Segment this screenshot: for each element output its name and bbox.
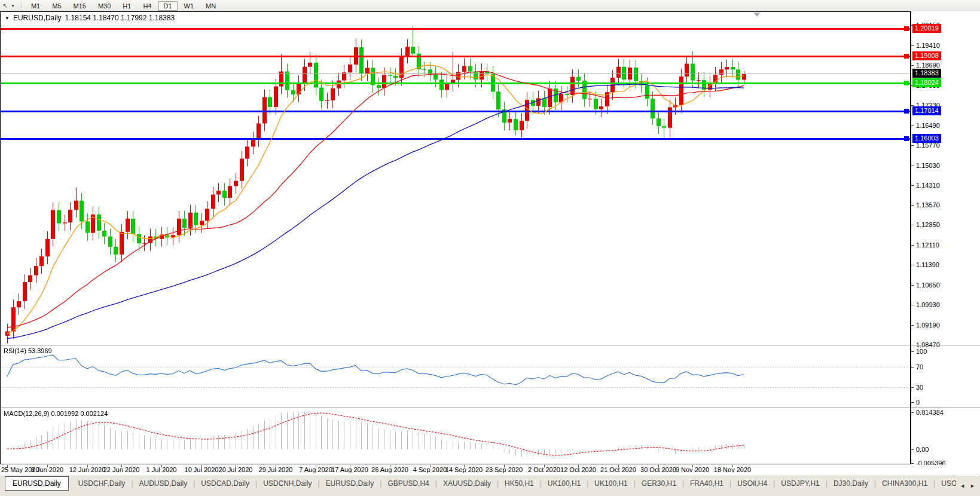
time-axis-label: 22 Jun 2020 — [103, 466, 140, 473]
price-axis-label: 1.19410 — [916, 41, 940, 50]
time-axis-label: 14 Sep 2020 — [445, 466, 483, 473]
tab-scroll-right-icon[interactable]: ► — [970, 483, 975, 489]
chart-tab-audusd-daily[interactable]: AUDUSD,Daily — [133, 476, 194, 491]
time-axis-label: 23 Sep 2020 — [486, 466, 523, 473]
time-axis-label: 1 Jul 2020 — [146, 466, 177, 473]
timeframe-button-d1[interactable]: D1 — [158, 1, 177, 11]
price-axis-label: 1.09190 — [916, 321, 940, 329]
timeframe-button-m5[interactable]: M5 — [47, 1, 66, 11]
macd-indicator-label: MACD(12,26,9) 0.001992 0.002124 — [4, 410, 108, 417]
time-axis-label: 7 Aug 2020 — [299, 466, 332, 473]
chart-tab-uk100-h1[interactable]: UK100,H1 — [542, 476, 587, 491]
price-axis-tick — [911, 205, 914, 206]
rsi-axis-tick — [911, 402, 914, 403]
chart-tab-china300-h1[interactable]: CHINA300,H1 — [876, 476, 933, 491]
time-axis-label: 18 Nov 2020 — [714, 466, 751, 473]
time-axis[interactable]: 25 May 20203 Jun 202012 Jun 202022 Jun 2… — [0, 465, 980, 476]
time-axis-label: 29 Jul 2020 — [259, 466, 293, 473]
time-axis-label: 4 Sep 2020 — [413, 466, 447, 473]
price-axis-label: 1.10650 — [916, 281, 940, 289]
time-axis-label: 12 Jun 2020 — [69, 466, 106, 473]
rsi-axis-tick — [911, 351, 914, 352]
chart-menu-caret-icon[interactable]: ▼ — [5, 16, 10, 21]
price-axis[interactable]: 1.201501.194101.186901.179501.172301.164… — [911, 11, 980, 464]
rsi-panel[interactable] — [0, 345, 911, 408]
timeframe-button-m15[interactable]: M15 — [68, 1, 91, 11]
price-level-badge: 1.18024 — [912, 78, 941, 87]
current-price-badge: 1.18383 — [912, 69, 941, 78]
price-axis-tick — [911, 225, 914, 225]
macd-axis-tick — [911, 463, 914, 464]
chart-tab-eurusd-daily[interactable]: EURUSD,Daily — [320, 476, 380, 491]
macd-axis-label: 0.00 — [916, 445, 929, 454]
price-level-badge: 1.17014 — [912, 106, 941, 115]
chart-shift-marker-icon[interactable] — [753, 13, 761, 17]
price-axis-tick — [911, 245, 914, 246]
chart-tab-usdjpy-h1[interactable]: USDJPY,H1 — [775, 476, 825, 491]
timeframe-button-mn[interactable]: MN — [200, 1, 221, 11]
price-axis-tick — [911, 305, 914, 305]
price-axis-label: 1.12110 — [916, 241, 939, 249]
chart-tab-usdcad-daily[interactable]: USDCAD,Daily — [195, 476, 255, 491]
time-axis-label: 21 Oct 2020 — [600, 466, 636, 473]
time-axis-label: 17 Aug 2020 — [331, 466, 368, 473]
price-axis-tick — [911, 166, 914, 166]
timeframe-button-h4[interactable]: H4 — [138, 1, 157, 11]
timeframe-button-m1[interactable]: M1 — [26, 1, 45, 11]
price-axis-label: 1.18690 — [916, 61, 940, 69]
time-axis-label: 26 Aug 2020 — [371, 466, 408, 473]
chart-tab-hk50-h1[interactable]: HK50,H1 — [499, 476, 540, 491]
chart-tab-dj30-daily[interactable]: DJ30,Daily — [828, 476, 874, 491]
price-level-badge: 1.20019 — [912, 24, 941, 33]
chart-tab-gbpusd-h4[interactable]: GBPUSD,H4 — [381, 476, 435, 491]
timeframe-button-w1[interactable]: W1 — [179, 1, 200, 11]
price-axis-label: 1.16490 — [916, 121, 940, 130]
chart-tab-usoil-h4[interactable]: USOil,H4 — [731, 476, 773, 491]
price-axis-tick — [911, 285, 914, 286]
tab-scroll-controls: ◄► — [956, 476, 979, 496]
time-axis-label: 10 Jul 2020 — [185, 466, 219, 473]
mt4-terminal: { "icons": { "pointer_icon": "↖", "dropd… — [0, 0, 980, 496]
chart-tab-eurusd-daily[interactable]: EURUSD,Daily — [5, 476, 69, 491]
chart-tab-usdchf-daily[interactable]: USDCHF,Daily — [72, 476, 132, 491]
chart-tab-bar: EURUSD,DailyUSDCHF,Daily|AUDUSD,Daily|US… — [0, 476, 980, 496]
toolbar-grip[interactable] — [19, 2, 23, 10]
chart-tab-xauusd-daily[interactable]: XAUUSD,Daily — [437, 476, 497, 491]
timeframe-button-m30[interactable]: M30 — [93, 1, 116, 11]
chart-tab-ger30-h1[interactable]: GER30,H1 — [636, 476, 682, 491]
timeframe-button-h1[interactable]: H1 — [117, 1, 136, 11]
price-level-badge: 1.19008 — [912, 51, 941, 60]
price-axis-label: 1.11390 — [916, 261, 939, 269]
macd-panel[interactable] — [0, 408, 911, 464]
rsi-axis-label: 70 — [916, 363, 923, 371]
cursor-tool-caret-icon[interactable]: ▼ — [11, 4, 17, 8]
top-toolbar: ↖ ▼ M1M5M15M30H1H4D1W1MN — [0, 0, 980, 12]
time-axis-label: 20 Jul 2020 — [219, 466, 253, 473]
time-axis-label: 3 Jun 2020 — [31, 466, 63, 473]
cursor-tool-icon[interactable]: ↖ — [0, 2, 11, 9]
price-axis-tick — [911, 145, 914, 146]
time-axis-label: 2 Oct 2020 — [528, 466, 560, 473]
price-axis-label: 1.12850 — [916, 221, 940, 229]
price-axis-tick — [911, 105, 914, 106]
chart-tab-fra40-h1[interactable]: FRA40,H1 — [684, 476, 729, 491]
time-axis-label: 12 Oct 2020 — [560, 466, 596, 473]
scale-separator — [911, 345, 980, 345]
tab-scroll-left-icon[interactable]: ◄ — [960, 483, 965, 489]
price-axis-tick — [911, 125, 914, 126]
main-chart-panel[interactable] — [0, 11, 911, 345]
price-axis-tick — [911, 325, 914, 326]
chart-title-symbol: EURUSD,Daily — [13, 14, 62, 22]
chart-tab-usdcnh-daily[interactable]: USDCNH,Daily — [257, 476, 317, 491]
rsi-axis-label: 100 — [916, 347, 927, 356]
price-axis-label: 1.09930 — [916, 301, 940, 309]
rsi-axis-label: 30 — [916, 383, 923, 391]
price-axis-label: 1.15030 — [916, 161, 940, 170]
chart-tab-uk100-h1[interactable]: UK100,H1 — [588, 476, 633, 491]
rsi-axis-label: 0 — [916, 398, 920, 406]
timeframe-toolbar: M1M5M15M30H1H4D1W1MN — [25, 1, 222, 11]
time-axis-label: 30 Oct 2020 — [640, 466, 676, 473]
price-axis-tick — [911, 185, 914, 186]
price-axis-tick — [911, 265, 914, 265]
macd-axis-tick — [911, 449, 914, 450]
